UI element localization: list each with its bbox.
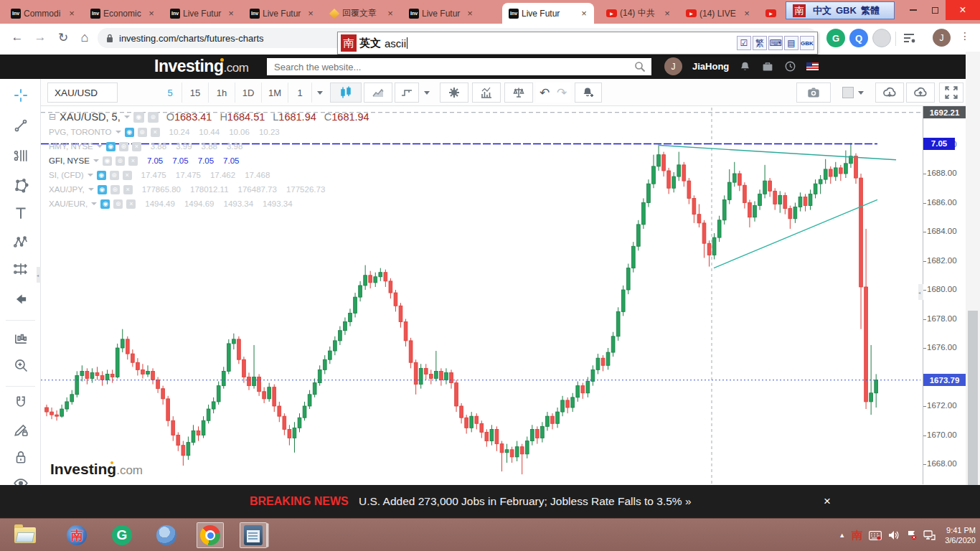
legend-x-icon[interactable]: ×	[123, 185, 133, 194]
layout-select-icon[interactable]	[837, 83, 869, 103]
legend-x-icon[interactable]: ×	[128, 156, 138, 166]
q-extension-icon[interactable]: Q	[849, 29, 868, 47]
disabled-extension-icon[interactable]	[872, 29, 891, 47]
browser-tab[interactable]: InvEconomic×	[84, 3, 161, 24]
tray-volume-icon[interactable]	[888, 530, 900, 540]
ime-lang-label[interactable]: 中文	[813, 4, 831, 17]
ime-tool-icon[interactable]: ⌨	[768, 36, 783, 50]
legend-symbol-label[interactable]: SI, (CFD)	[49, 171, 84, 179]
legend-symbol-label[interactable]: XAU/USD, 5,	[60, 111, 121, 123]
load-chart-cloud-icon[interactable]	[875, 83, 904, 103]
tool-backarrow-icon[interactable]	[10, 288, 32, 310]
news-close-icon[interactable]: ×	[819, 494, 835, 509]
tool-fib-icon[interactable]	[10, 145, 32, 166]
forward-button[interactable]: →	[30, 27, 50, 47]
legend-x-icon[interactable]: ×	[123, 171, 132, 180]
legend-eye-icon[interactable]: ◉	[106, 142, 116, 151]
notifications-bell-icon[interactable]	[739, 60, 751, 73]
tool-barpattern-icon[interactable]	[10, 327, 32, 349]
legend-eye-icon[interactable]: ◉	[133, 112, 144, 123]
tray-action-center-icon[interactable]	[907, 530, 917, 540]
tool-magnet-icon[interactable]	[10, 392, 32, 413]
browser-tab[interactable]: InvLive Futur×	[164, 3, 241, 24]
legend-caret-icon[interactable]	[97, 145, 103, 148]
tray-ime-icon[interactable]: 南	[852, 529, 862, 542]
recent-clock-icon[interactable]	[784, 60, 796, 72]
scrollbar-thumb[interactable]	[968, 311, 978, 485]
tab-close-icon[interactable]: ×	[578, 8, 590, 19]
tray-expand-icon[interactable]: ▲	[839, 532, 845, 539]
browser-tab[interactable]: ▶(14) LIVE×	[679, 3, 757, 24]
tray-network-icon[interactable]	[923, 530, 936, 540]
compare-scales-icon[interactable]	[504, 83, 533, 103]
investing-logo[interactable]: Investing.com	[154, 57, 248, 76]
snapshot-camera-icon[interactable]	[796, 83, 831, 103]
legend-gear-icon[interactable]: ⊛	[138, 128, 147, 137]
browser-menu-icon[interactable]: ⋮	[960, 30, 970, 42]
tab-list-icon[interactable]	[901, 30, 917, 46]
add-alert-icon[interactable]	[575, 83, 602, 103]
taskbar-chromium-icon[interactable]	[153, 522, 180, 548]
ime-tool-icon[interactable]: GBK	[800, 36, 814, 50]
axis-collapse-handle[interactable]: ◂	[918, 284, 923, 300]
browser-profile-avatar[interactable]: J	[933, 29, 951, 47]
tab-close-icon[interactable]: ×	[305, 8, 316, 19]
tab-close-icon[interactable]: ×	[225, 8, 237, 19]
undo-icon[interactable]: ↶	[536, 83, 553, 103]
compare-dropdown-icon[interactable]	[419, 83, 435, 103]
legend-x-icon[interactable]: ×	[151, 128, 160, 137]
area-chart-icon[interactable]	[364, 83, 392, 103]
tray-keyboard-icon[interactable]	[869, 531, 882, 540]
news-headline[interactable]: U.S. Added 273,000 Jobs in February; Job…	[359, 495, 692, 508]
tab-close-icon[interactable]: ×	[464, 8, 476, 19]
tool-xabcd-icon[interactable]	[10, 231, 32, 253]
ime-tool-icon[interactable]: ☑	[737, 36, 751, 50]
interval-button-1D[interactable]: 1D	[235, 83, 262, 103]
settings-gear-icon[interactable]	[440, 83, 468, 103]
ime-encoding-label[interactable]: GBK	[836, 5, 857, 16]
taskbar-grammarly-icon[interactable]: G	[108, 522, 136, 548]
symbol-input[interactable]: XAU/USD	[47, 83, 118, 103]
legend-symbol-label[interactable]: PVG, TORONTO	[49, 128, 112, 136]
tab-close-icon[interactable]: ×	[146, 8, 157, 19]
ime-charset-label[interactable]: 繁體	[861, 4, 880, 17]
taskbar-explorer-icon[interactable]	[11, 522, 39, 548]
user-avatar[interactable]: J	[664, 57, 682, 75]
legend-eye-icon[interactable]: ◉	[98, 185, 107, 194]
browser-tab[interactable]: InvCommodi×	[4, 3, 82, 24]
tool-lock-icon[interactable]	[10, 446, 32, 468]
interval-button-1M[interactable]: 1M	[262, 83, 288, 103]
interval-button-1h[interactable]: 1h	[209, 83, 235, 103]
portfolio-briefcase-icon[interactable]	[761, 60, 774, 72]
browser-tab-active[interactable]: InvLive Futur×	[502, 3, 594, 24]
interval-button-1[interactable]: 1	[288, 83, 312, 103]
grammarly-extension-icon[interactable]: G	[826, 29, 845, 47]
legend-gear-icon[interactable]: ⊛	[148, 112, 159, 123]
tool-zoomin-icon[interactable]	[10, 354, 32, 376]
legend-eye-icon[interactable]: ◉	[100, 199, 110, 209]
us-flag-icon[interactable]	[806, 62, 819, 70]
legend-symbol-label[interactable]: GFI, NYSE	[49, 156, 90, 165]
price-axis[interactable]: 1690.001688.001686.001684.001682.001680.…	[923, 106, 966, 484]
legend-gear-icon[interactable]: ⊛	[110, 171, 119, 180]
interval-dropdown-icon[interactable]	[312, 83, 328, 103]
window-restore-button[interactable]	[924, 0, 946, 20]
back-button[interactable]: ←	[7, 27, 27, 47]
browser-tab[interactable]: ▶(14) 中共×	[600, 3, 677, 24]
legend-gear-icon[interactable]: ⊛	[113, 199, 123, 209]
legend-symbol-label[interactable]: XAU/EUR,	[49, 199, 88, 208]
taskbar-chrome-icon[interactable]	[197, 522, 224, 548]
search-icon[interactable]	[634, 61, 646, 72]
legend-x-icon[interactable]: ×	[126, 199, 136, 209]
browser-tab[interactable]: InvLive Futur×	[243, 3, 321, 24]
legend-x-icon[interactable]: ×	[132, 142, 141, 151]
legend-gear-icon[interactable]: ⊛	[116, 156, 125, 166]
fullscreen-icon[interactable]	[939, 83, 963, 103]
tab-close-icon[interactable]: ×	[385, 8, 396, 19]
username-label[interactable]: JiaHong	[692, 61, 729, 72]
taskbar-south-ime-icon[interactable]: 南	[63, 522, 90, 548]
home-button[interactable]: ⌂	[75, 27, 95, 47]
ime-candidate-window[interactable]: 南 英文 ascii ☑繁⌨▤GBK	[337, 32, 818, 55]
redo-icon[interactable]: ↷	[553, 83, 570, 103]
legend-caret-icon[interactable]	[88, 174, 93, 176]
